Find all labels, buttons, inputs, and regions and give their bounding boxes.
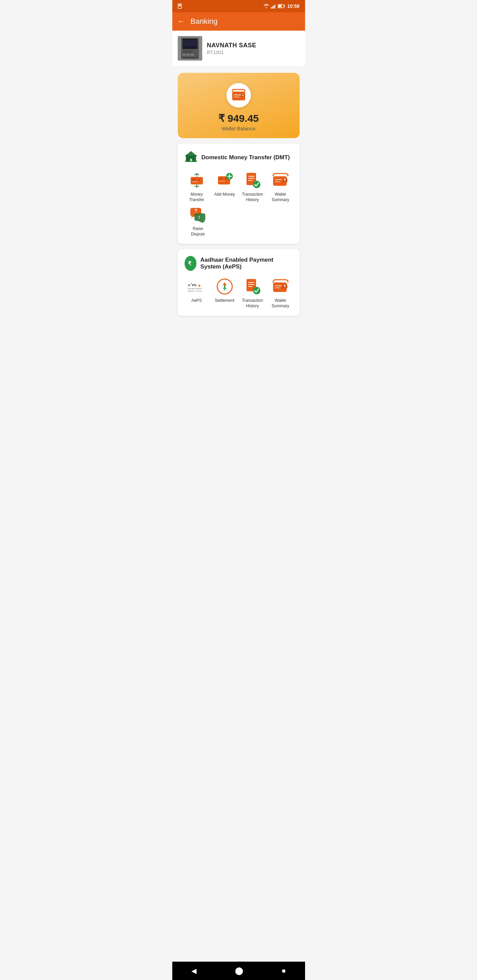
svg-text:₹: ₹ [188,261,192,266]
profile-info: NAVNATH SASE RT1001 [207,42,300,55]
transaction-history-dmt-label: TransactionHistory [242,192,263,202]
svg-rect-14 [183,39,197,49]
wallet-amount: ₹ 949.45 [185,112,293,124]
settlement-label: Settlement [215,298,234,304]
svg-rect-5 [274,5,275,8]
wallet-summary-aeps-icon: ₹ [272,278,289,295]
aeps-item[interactable]: A e PS AADHAAR ENABLED PAYMENT SYSTEM Ae… [185,278,209,309]
svg-rect-44 [219,178,223,180]
nav-home-button[interactable]: ⬤ [235,966,243,975]
svg-point-79 [253,287,260,294]
raise-dispute-svg: ? ! [189,206,207,224]
aeps-logo-icon: A e PS AADHAAR ENABLED PAYMENT SYSTEM [188,278,206,295]
add-money-item[interactable]: Add Money [212,172,237,202]
svg-rect-62 [195,213,205,221]
svg-rect-21 [187,54,190,56]
dmt-menu-grid: MoneyTransfer Add Money [185,172,293,202]
add-money-icon [216,172,234,189]
transaction-history-aeps-svg [244,278,262,295]
time-display: 10:58 [287,3,300,9]
add-money-svg [216,172,234,189]
status-bar-left [178,3,182,9]
page-title: Banking [191,17,218,26]
transaction-history-svg [244,172,262,189]
svg-text:⚡: ⚡ [279,5,282,8]
aeps-card: ₹ Aadhaar Enabled Payment System (AePS) … [178,249,300,315]
dmt-title: Domestic Money Transfer (DMT) [201,154,290,161]
svg-text:A: A [188,283,190,287]
bottom-nav: ◀ ⬤ ■ [172,962,305,980]
top-bar: ← Banking [172,12,305,30]
profile-avatar [178,36,202,60]
wallet-label: Wallet Balance [185,126,293,131]
profile-section: NAVNATH SASE RT1001 [172,30,305,66]
svg-rect-23 [182,57,198,59]
status-bar: ⚡ 10:58 [172,0,305,12]
svg-rect-30 [187,156,188,161]
dmt-card-header: Domestic Money Transfer (DMT) [185,150,293,165]
transaction-history-aeps-icon [244,278,262,295]
svg-text:₹: ₹ [284,285,286,288]
back-button[interactable]: ← [178,18,185,25]
svg-rect-6 [275,4,276,8]
transaction-history-aeps-label: TransactionHistory [242,298,263,309]
svg-rect-37 [190,159,192,161]
svg-point-41 [198,178,200,181]
aeps-logo-svg: A e PS AADHAAR ENABLED PAYMENT SYSTEM [188,279,206,294]
svg-rect-40 [192,178,196,181]
wallet-icon-circle: ₹ [227,83,251,108]
money-transfer-label: MoneyTransfer [189,192,204,202]
dmt-extra-row: ? ! RaiseDispute [185,206,293,237]
transaction-history-dmt-item[interactable]: TransactionHistory [240,172,265,202]
wallet-summary-svg: ₹ [272,172,289,189]
svg-text:e: e [190,282,192,285]
transaction-history-dmt-icon [244,172,262,189]
svg-rect-19 [182,51,193,51]
svg-rect-1 [179,5,181,6]
wallet-summary-dmt-label: WalletSummary [272,192,289,202]
svg-text:PS: PS [192,283,196,287]
money-transfer-item[interactable]: MoneyTransfer [185,172,209,202]
svg-point-2 [266,8,266,8]
settlement-svg [216,278,234,295]
svg-text:AADHAAR ENABLED: AADHAAR ENABLED [188,288,202,290]
wallet-icon-wrapper: ₹ [185,83,293,108]
raise-dispute-item[interactable]: ? ! RaiseDispute [185,206,212,237]
svg-marker-71 [198,285,201,287]
svg-text:!: ! [198,215,200,220]
wallet-summary-aeps-item[interactable]: ₹ WalletSummary [268,278,293,309]
wallet-summary-aeps-svg: ₹ [272,278,289,295]
wallet-summary-dmt-icon: ₹ [272,172,289,189]
nav-recents-button[interactable]: ■ [282,967,286,975]
money-transfer-svg [188,172,206,189]
svg-point-54 [253,181,260,188]
signal-icon [271,4,276,8]
wallet-icon: ₹ [231,89,246,102]
aeps-title: Aadhaar Enabled Payment System (AePS) [201,256,293,270]
wallet-summary-dmt-item[interactable]: ₹ WalletSummary [268,172,293,202]
add-money-label: Add Money [214,192,235,197]
raise-dispute-label: RaiseDispute [191,226,205,237]
wifi-icon [263,4,269,8]
svg-text:?: ? [195,208,198,213]
raise-dispute-icon: ? ! [189,206,207,224]
profile-image [178,36,202,60]
profile-name: NAVNATH SASE [207,42,300,49]
svg-rect-8 [284,5,285,7]
svg-rect-22 [191,54,194,56]
aeps-card-header: ₹ Aadhaar Enabled Payment System (AePS) [185,256,293,271]
svg-rect-31 [188,156,190,161]
aeps-rupee-icon: ₹ [185,256,196,271]
svg-text:PAYMENT SYSTEM: PAYMENT SYSTEM [188,290,201,292]
nav-back-button[interactable]: ◀ [191,967,196,975]
transaction-history-aeps-item[interactable]: TransactionHistory [240,278,265,309]
svg-rect-3 [271,7,272,8]
battery-icon: ⚡ [278,4,285,8]
svg-rect-33 [193,156,194,161]
svg-marker-63 [198,221,205,223]
profile-id: RT1001 [207,50,300,55]
settlement-item[interactable]: Settlement [212,278,237,309]
bank-building-icon [185,150,198,163]
rupee-circle-icon: ₹ [185,259,195,268]
bank-icon [185,150,198,165]
